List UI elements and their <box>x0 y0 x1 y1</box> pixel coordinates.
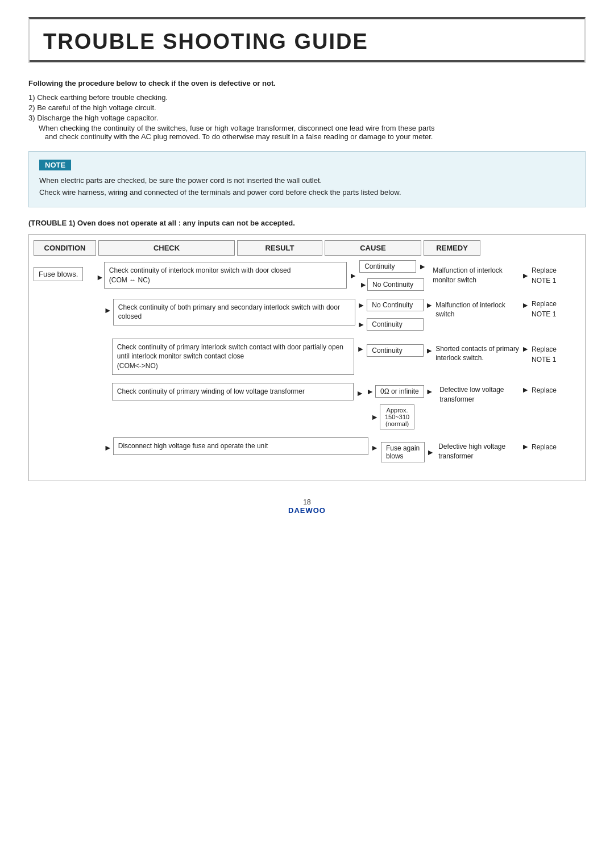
remedy-5: Replace <box>529 437 580 452</box>
arrow-cause5-remedy: ► <box>521 437 529 451</box>
arrow-cause1-remedy: ► <box>521 271 529 280</box>
trouble-label: (TROUBLE 1) <box>28 219 75 227</box>
condition-col: Fuse blows. <box>34 260 96 281</box>
diagram-container: CONDITION CHECK RESULT CAUSE REMEDY Fuse… <box>28 234 586 481</box>
intro-item-4: When checking the continuity of the swit… <box>28 124 586 141</box>
intro-bold: Following the procedure below to check i… <box>28 79 586 87</box>
page-header: TROUBLE SHOOTING GUIDE <box>28 17 586 63</box>
remedy-1: ReplaceNOTE 1 <box>529 265 580 286</box>
arrow-check1-result: ► <box>349 271 357 280</box>
arrow-check5-result: ► <box>371 437 379 452</box>
arrow-res4a: ► <box>366 387 374 396</box>
check-box-4: Check continuity of primary winding of l… <box>112 383 354 400</box>
results-1: Continuity ► ► No Continuity <box>359 260 430 291</box>
arrow-cause3-remedy: ► <box>521 339 529 353</box>
arrow-check3-result: ► <box>356 339 364 353</box>
row2: ► Check continuity of both primary and s… <box>104 299 580 331</box>
col-headers: CONDITION CHECK RESULT CAUSE REMEDY <box>34 240 580 256</box>
remedy-2: ReplaceNOTE 1 <box>529 299 580 319</box>
result-approx: ► Approx.150~310(normal) <box>371 404 437 429</box>
note-box: NOTE When electric parts are checked, be… <box>28 151 586 207</box>
check-box-2: Check continuity of both primary and sec… <box>113 299 356 326</box>
cause-5: Defective high voltage transformer <box>436 437 521 461</box>
trouble-heading: (TROUBLE 1) Oven does not operate at all… <box>28 219 586 227</box>
remedy-3: ReplaceNOTE 1 <box>529 339 580 365</box>
arrow-cause4-remedy: ► <box>521 383 529 394</box>
page-footer: 18 DAEWOO <box>28 498 586 515</box>
page-title: TROUBLE SHOOTING GUIDE <box>43 30 571 54</box>
result-cont-3: Continuity ► <box>367 344 433 357</box>
arrow-nocont-1: ► <box>359 280 367 289</box>
brand-name: DAEWOO <box>28 506 586 515</box>
arrow-nocont2-cause: ► <box>425 301 433 310</box>
note-text: When electric parts are checked, be sure… <box>39 175 575 199</box>
check-box-5: Disconnect high voltage fuse and operate… <box>113 437 368 455</box>
row3: Check continuity of primary interlock sw… <box>104 339 580 375</box>
page-number: 18 <box>28 498 586 506</box>
cause-3: Shorted contacts of primary interlock sw… <box>433 339 521 364</box>
note-label: NOTE <box>39 160 71 170</box>
header-result: RESULT <box>237 240 322 256</box>
result-box-cont-3: Continuity <box>367 344 424 357</box>
result-box-continuity-1: Continuity <box>359 260 416 273</box>
header-remedy: REMEDY <box>424 240 480 256</box>
arrow-row2: ► <box>104 299 112 315</box>
row4: Check continuity of primary winding of l… <box>104 383 580 429</box>
row1: Check continuity of interlock monitor sw… <box>104 260 580 291</box>
arrow-row5: ► <box>104 437 112 452</box>
arrow-res2a: ► <box>357 301 365 310</box>
arrow-res2b: ► <box>357 320 365 329</box>
result-box-0ohm: 0Ω or infinite <box>375 385 424 398</box>
results-4: ► 0Ω or infinite ► ► Approx.150~310(norm… <box>366 383 437 429</box>
arrow-icon-1: ► <box>96 273 104 282</box>
arrow-cond-check1: ► <box>96 260 104 282</box>
cause-2: Malfunction of interlock switch <box>433 299 521 322</box>
arrow-res1-cause: ► <box>418 262 426 271</box>
remedy-4: Replace <box>529 383 580 395</box>
results-2: ► No Continuity ► ► Continuity <box>355 299 433 331</box>
cause-1: Malfunction of interlock monitor switch <box>430 266 521 285</box>
result-no-cont-2: ► No Continuity ► <box>355 299 433 311</box>
arrow-cont3-cause: ► <box>425 346 433 355</box>
check-box-1: Check continuity of interlock monitor sw… <box>104 262 347 289</box>
checks-results-col: Check continuity of interlock monitor sw… <box>104 260 580 462</box>
arrow-cause2-remedy: ► <box>521 299 529 310</box>
check-box-3: Check continuity of primary interlock sw… <box>112 339 355 375</box>
intro-item-1: 1) Check earthing before trouble checkin… <box>28 93 586 102</box>
intro-section: Following the procedure below to check i… <box>28 79 586 141</box>
arrow-res4b: ► <box>371 412 379 422</box>
diagram-section-1: Fuse blows. ► Check continuity of interl… <box>34 260 580 462</box>
result-cont-2: ► Continuity <box>355 318 433 331</box>
header-cause: CAUSE <box>325 240 421 256</box>
result-continuity-1: Continuity ► <box>359 260 430 273</box>
header-condition: CONDITION <box>34 240 96 256</box>
cause-4: Defective low voltage transformer <box>437 383 521 404</box>
result-no-cont-1: ► No Continuity <box>359 278 430 291</box>
result-box-nocont-1: No Continuity <box>367 278 424 291</box>
result-box-approx: Approx.150~310(normal) <box>380 404 414 429</box>
result-box-nocont-2: No Continuity <box>367 299 424 311</box>
intro-item-2: 2) Be careful of the high voltage circui… <box>28 103 586 112</box>
intro-item-3: 3) Discharge the high voltage capacitor. <box>28 114 586 122</box>
header-check: CHECK <box>98 240 235 256</box>
result-box-fuseblows: Fuse againblows <box>381 442 425 462</box>
result-zero-inf: ► 0Ω or infinite ► <box>366 385 437 398</box>
result-box-cont-2: Continuity <box>367 318 424 331</box>
arrow-0ohm-cause: ► <box>426 387 434 396</box>
arrow-check4-result: ► <box>356 383 364 398</box>
condition-box-1: Fuse blows. <box>34 267 83 281</box>
arrow-fuse-cause: ► <box>426 448 434 457</box>
results-3: Continuity ► <box>367 339 433 357</box>
results-5: Fuse againblows ► <box>381 437 436 462</box>
row5: ► Disconnect high voltage fuse and opera… <box>104 437 580 462</box>
intro-list: 1) Check earthing before trouble checkin… <box>28 93 586 141</box>
trouble-desc: Oven does not operate at all : any input… <box>77 219 295 227</box>
